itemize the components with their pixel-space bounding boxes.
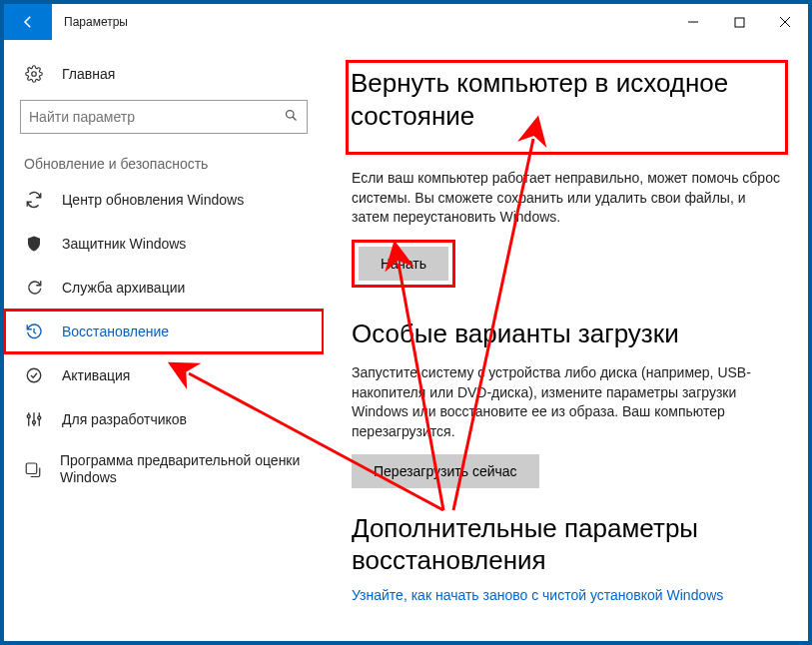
main-content: Вернуть компьютер в исходное состояние Е… bbox=[324, 40, 808, 641]
sidebar-item-label: Служба архивации bbox=[62, 280, 185, 296]
body: Главная Обновление и безопасность Центр … bbox=[4, 40, 808, 641]
sidebar-item-recovery[interactable]: Восстановление bbox=[4, 310, 324, 353]
sidebar: Главная Обновление и безопасность Центр … bbox=[4, 40, 324, 641]
reset-start-button[interactable]: Начать bbox=[359, 247, 448, 281]
svg-rect-1 bbox=[735, 18, 744, 27]
svg-point-11 bbox=[27, 415, 30, 418]
sliders-icon bbox=[24, 410, 44, 428]
sidebar-item-backup[interactable]: Служба архивации bbox=[4, 266, 324, 310]
sidebar-item-label: Для разработчиков bbox=[62, 411, 187, 427]
window-controls bbox=[670, 4, 808, 40]
minimize-button[interactable] bbox=[670, 4, 716, 40]
gear-icon bbox=[24, 65, 44, 83]
sidebar-item-label: Центр обновления Windows bbox=[62, 192, 244, 208]
window-title: Параметры bbox=[52, 4, 670, 40]
svg-point-12 bbox=[33, 421, 36, 424]
advanced-startup-section: Особые варианты загрузки Запустите систе… bbox=[352, 318, 780, 488]
sidebar-item-defender[interactable]: Защитник Windows bbox=[4, 222, 324, 266]
backup-icon bbox=[24, 279, 44, 297]
reset-heading: Вернуть компьютер в исходное состояние bbox=[351, 67, 779, 132]
reset-button-box: Начать bbox=[352, 240, 455, 288]
sidebar-item-label: Программа предварительной оценки Windows bbox=[60, 452, 308, 486]
sidebar-group-label: Обновление и безопасность bbox=[4, 144, 324, 178]
advanced-heading: Особые варианты загрузки bbox=[352, 318, 780, 350]
sidebar-item-label: Восстановление bbox=[62, 323, 169, 339]
fresh-start-link[interactable]: Узнайте, как начать заново с чистой уста… bbox=[352, 587, 723, 603]
insider-icon bbox=[24, 460, 42, 478]
search-wrap bbox=[4, 100, 324, 144]
check-circle-icon bbox=[24, 366, 44, 384]
sidebar-item-insider[interactable]: Программа предварительной оценки Windows bbox=[4, 441, 324, 497]
history-icon bbox=[24, 322, 44, 340]
sidebar-item-label: Защитник Windows bbox=[62, 236, 186, 252]
svg-point-7 bbox=[27, 368, 41, 382]
svg-point-13 bbox=[38, 416, 41, 419]
svg-line-6 bbox=[293, 117, 296, 120]
titlebar: Параметры bbox=[4, 4, 808, 40]
settings-window: Параметры Главная bbox=[4, 4, 808, 641]
sidebar-item-update[interactable]: Центр обновления Windows bbox=[4, 178, 324, 222]
close-button[interactable] bbox=[762, 4, 808, 40]
svg-point-4 bbox=[32, 72, 37, 77]
shield-icon bbox=[24, 235, 44, 253]
svg-point-5 bbox=[287, 111, 295, 119]
back-button[interactable] bbox=[4, 4, 52, 40]
more-heading: Дополнительные параметры восстановления bbox=[352, 512, 780, 577]
svg-rect-14 bbox=[26, 463, 37, 474]
sidebar-home-label: Главная bbox=[62, 66, 115, 82]
search-icon bbox=[284, 108, 299, 126]
refresh-icon bbox=[24, 191, 44, 209]
sidebar-item-label: Активация bbox=[62, 367, 130, 383]
sidebar-item-activation[interactable]: Активация bbox=[4, 353, 324, 397]
search-input[interactable] bbox=[29, 109, 284, 125]
reset-heading-box: Вернуть компьютер в исходное состояние bbox=[346, 60, 788, 155]
maximize-button[interactable] bbox=[716, 4, 762, 40]
reset-desc: Если ваш компьютер работает неправильно,… bbox=[352, 169, 780, 228]
advanced-desc: Запустите систему с устройства либо диск… bbox=[352, 363, 780, 441]
search-box[interactable] bbox=[20, 100, 308, 134]
sidebar-item-developers[interactable]: Для разработчиков bbox=[4, 397, 324, 441]
more-recovery-section: Дополнительные параметры восстановления … bbox=[352, 512, 780, 603]
restart-now-button[interactable]: Перезагрузить сейчас bbox=[352, 454, 539, 488]
sidebar-home[interactable]: Главная bbox=[4, 54, 324, 94]
